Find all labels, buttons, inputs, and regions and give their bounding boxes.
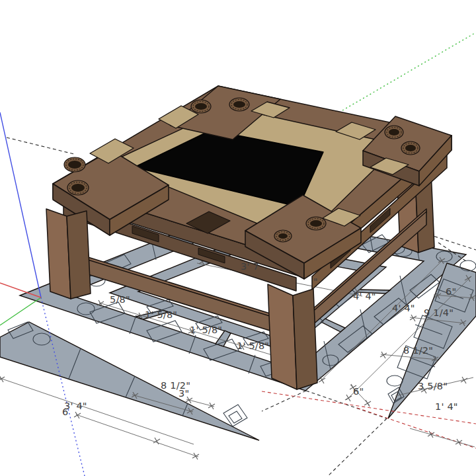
axis-blue-dotted (41, 298, 85, 476)
dimension-label[interactable]: 1' 5/8" (237, 341, 269, 352)
table-leg-left[interactable] (46, 209, 91, 299)
template-crossbar[interactable] (321, 319, 345, 332)
cup-holder[interactable] (64, 157, 85, 172)
dimension-label[interactable]: 9 1/4" (424, 308, 454, 319)
cup-holder[interactable] (401, 141, 420, 155)
cup-holder[interactable] (229, 98, 249, 111)
dimension-label[interactable]: 8 1/2" (403, 346, 433, 356)
dimension-label[interactable]: 1' 5/8" (145, 310, 177, 321)
sketchup-viewport[interactable]: 5/8"1' 5/8"1' 5/8"1' 5/8"3' 7"4' 4"4' 4"… (0, 0, 476, 476)
dimension-label[interactable]: 4' 4" (392, 303, 415, 314)
cup-holder[interactable] (306, 217, 326, 230)
dimension-label[interactable]: 3 5/8" (418, 381, 448, 392)
dimension-tick (208, 403, 215, 409)
dimension-label[interactable]: 6" (353, 387, 364, 397)
dimension-label[interactable]: 6" (446, 287, 456, 298)
dimension-tick (456, 439, 462, 446)
dimension-tick (192, 453, 199, 459)
axis-green-dotted (342, 32, 476, 110)
dimension-label[interactable]: 4' 4" (353, 292, 376, 302)
dimension-label[interactable]: 5/8" (110, 295, 130, 305)
axis-blue-solid (0, 112, 41, 298)
dimension-tick (74, 412, 81, 418)
cup-holder[interactable] (385, 126, 403, 139)
table-leg-near[interactable] (268, 284, 317, 389)
dimension-label[interactable]: 3' 7 (241, 262, 259, 272)
dimension-label[interactable]: 6 (62, 407, 68, 418)
dimension-label[interactable]: 1' 5/8" (190, 325, 222, 336)
dimension-label[interactable]: 3" (178, 389, 189, 399)
cup-holder[interactable] (191, 100, 211, 113)
dimension-tick (428, 431, 434, 438)
dimension-label[interactable]: 1' 4" (435, 402, 458, 413)
cup-holder[interactable] (67, 180, 89, 195)
axis-green-solid (0, 298, 41, 325)
cup-holder[interactable] (274, 230, 292, 242)
dimension-label[interactable]: " (313, 277, 318, 288)
